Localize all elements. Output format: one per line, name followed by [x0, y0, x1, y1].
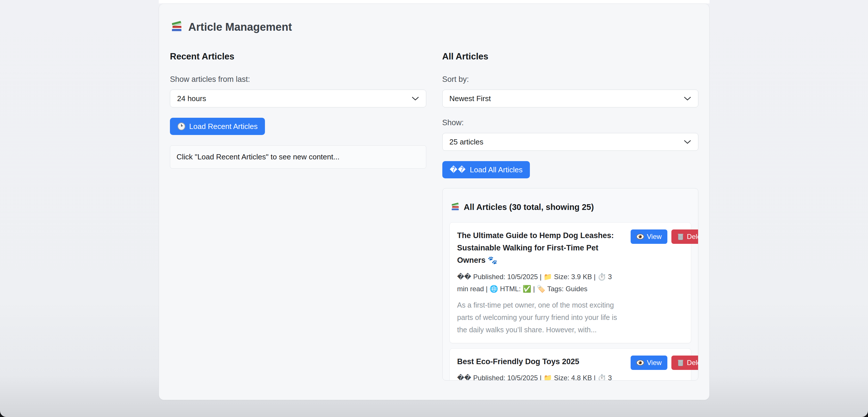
books-icon — [451, 202, 460, 212]
show-count-label: Show: — [442, 118, 699, 127]
all-articles-list-heading-text: All Articles (30 total, showing 25) — [464, 203, 594, 212]
page-title: Article Management — [170, 20, 699, 34]
view-article-button[interactable]: View — [631, 230, 668, 244]
article-actions: View — [631, 230, 699, 244]
books-icon — [170, 20, 184, 34]
trash-icon — [677, 359, 684, 366]
all-articles-list-panel[interactable]: All Articles (30 total, showing 25) The … — [442, 188, 699, 381]
article-title: Best Eco-Friendly Dog Toys 2025 — [457, 356, 625, 368]
browser-viewport: Article Management Recent Articles Show … — [0, 0, 868, 417]
all-articles-section: All Articles Sort by: Newest First Show:… — [442, 51, 699, 381]
article-excerpt: As a first-time pet owner, one of the mo… — [457, 299, 625, 336]
content-columns: Recent Articles Show articles from last:… — [170, 51, 699, 381]
sort-by-select[interactable]: Newest First — [442, 90, 699, 108]
load-recent-articles-button[interactable]: Load Recent Articles — [170, 118, 265, 135]
eye-icon — [637, 360, 644, 366]
replacement-character-icon: �� — [450, 166, 466, 174]
article-card: The Ultimate Guide to Hemp Dog Leashes: … — [450, 222, 691, 343]
top-strip — [159, 0, 710, 3]
article-meta: �� Published: 10/5/2025 | 📁 Size: 4.8 KB… — [457, 372, 625, 381]
sort-by-label: Sort by: — [442, 75, 699, 84]
trash-icon — [677, 233, 684, 240]
chevron-down-icon — [412, 96, 419, 101]
recent-range-selected-value: 24 hours — [177, 94, 206, 103]
recent-articles-message: Click "Load Recent Articles" to see new … — [170, 145, 426, 169]
recent-filter-label: Show articles from last: — [170, 75, 426, 84]
all-articles-list-heading: All Articles (30 total, showing 25) — [451, 202, 691, 212]
delete-article-button[interactable]: Delete — [671, 356, 699, 370]
article-meta: �� Published: 10/5/2025 | 📁 Size: 3.9 KB… — [457, 271, 625, 295]
article-actions: View — [631, 356, 699, 370]
show-count-selected-value: 25 articles — [450, 138, 484, 146]
article-main: Best Eco-Friendly Dog Toys 2025 �� Publi… — [457, 356, 625, 381]
load-recent-articles-label: Load Recent Articles — [189, 122, 257, 131]
view-button-label: View — [647, 233, 662, 241]
view-button-label: View — [647, 359, 662, 367]
sort-by-selected-value: Newest First — [450, 94, 491, 103]
delete-button-label: Delete — [687, 359, 699, 367]
article-management-card: Article Management Recent Articles Show … — [159, 3, 710, 400]
recent-articles-heading: Recent Articles — [170, 51, 426, 62]
article-main: The Ultimate Guide to Hemp Dog Leashes: … — [457, 230, 625, 336]
load-all-articles-label: Load All Articles — [470, 166, 523, 174]
clock-icon — [177, 122, 185, 130]
view-article-button[interactable]: View — [631, 356, 668, 370]
all-articles-heading: All Articles — [442, 51, 699, 62]
load-all-articles-button[interactable]: �� Load All Articles — [442, 161, 530, 178]
chevron-down-icon — [684, 96, 691, 101]
chevron-down-icon — [684, 140, 691, 144]
article-title: The Ultimate Guide to Hemp Dog Leashes: … — [457, 230, 625, 267]
article-card: Best Eco-Friendly Dog Toys 2025 �� Publi… — [450, 348, 691, 381]
show-count-select[interactable]: 25 articles — [442, 133, 699, 151]
page-title-text: Article Management — [188, 21, 292, 33]
recent-range-select[interactable]: 24 hours — [170, 90, 426, 108]
delete-button-label: Delete — [687, 233, 699, 241]
delete-article-button[interactable]: Delete — [671, 230, 699, 244]
recent-articles-section: Recent Articles Show articles from last:… — [170, 51, 426, 381]
eye-icon — [637, 234, 644, 240]
